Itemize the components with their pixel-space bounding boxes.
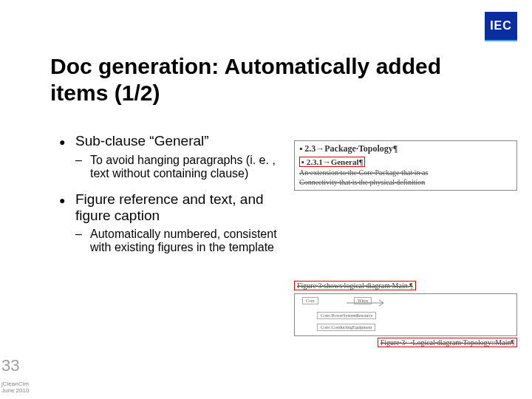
diagram-block: Core::PowerSystemResource <box>317 312 376 319</box>
dash-marker-icon: – <box>75 154 90 181</box>
diagram-preview: Core Wires Core::PowerSystemResource Cor… <box>294 293 517 336</box>
diagram-block: Core::ConductingEquipment <box>317 324 375 331</box>
snippet-paragraph: An·extension·to·the·Core·Package·that·in… <box>299 168 512 188</box>
sub-bullet-text: To avoid hanging paragraphs (i. e. , tex… <box>90 154 281 181</box>
diagram-block: Core <box>302 297 318 304</box>
doc-snippet-figure: Figure·3·shows·logical·diagram·Main.¶ Co… <box>294 281 517 347</box>
dash-marker-icon: – <box>75 228 90 255</box>
footer-line: jCleanCim <box>1 381 29 387</box>
arrow-icon <box>347 299 391 307</box>
figure-caption-highlighted: Figure·3·–·Logical·diagram·Topology::Mai… <box>378 338 517 347</box>
sub-bullet-item: – Automatically numbered, consistent wit… <box>75 228 281 255</box>
bullet-marker-icon: ● <box>59 191 75 225</box>
footer-credits: jCleanCim June 2010 <box>1 381 29 395</box>
bullet-text: Sub-clause “General” <box>75 133 209 151</box>
snippet-heading: ▪ 2.3→Package·Topology¶ <box>299 143 512 154</box>
figure-reference-highlighted: Figure·3·shows·logical·diagram·Main.¶ <box>294 281 416 290</box>
sub-bullet-item: – To avoid hanging paragraphs (i. e. , t… <box>75 154 281 181</box>
bullet-text: Figure reference and text, and figure ca… <box>75 191 281 225</box>
content-area: ● Sub-clause “General” – To avoid hangin… <box>59 133 281 265</box>
page-number: 33 <box>1 356 19 375</box>
doc-snippet-general: ▪ 2.3→Package·Topology¶ ▪ 2.3.1→General¶… <box>294 140 517 191</box>
bullet-marker-icon: ● <box>59 133 75 151</box>
iec-logo: IEC <box>485 12 517 41</box>
slide-title: Doc generation: Automatically added item… <box>50 53 479 106</box>
bullet-item: ● Sub-clause “General” <box>59 133 281 151</box>
bullet-item: ● Figure reference and text, and figure … <box>59 191 281 225</box>
snippet-sub-heading-highlighted: ▪ 2.3.1→General¶ <box>299 157 365 167</box>
sub-bullet-text: Automatically numbered, consistent with … <box>90 228 281 255</box>
footer-line: June 2010 <box>1 387 29 394</box>
